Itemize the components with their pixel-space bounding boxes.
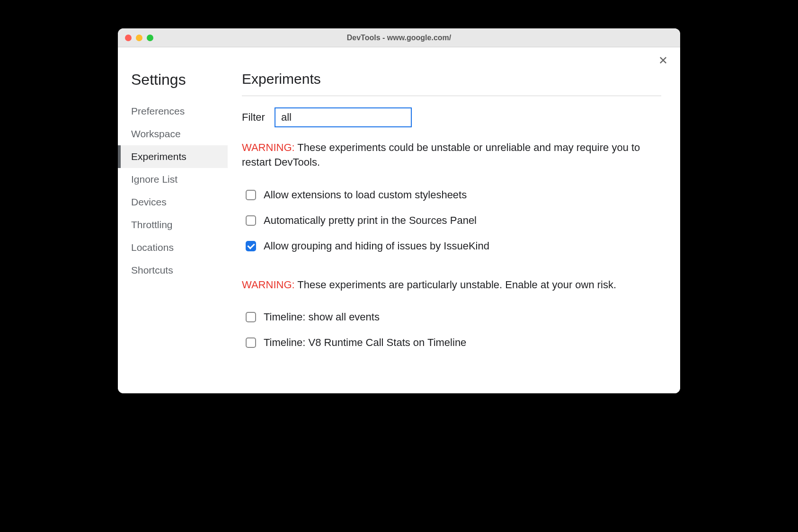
- window-close-button[interactable]: [125, 35, 132, 41]
- window-minimize-button[interactable]: [136, 35, 142, 41]
- traffic-lights: [118, 35, 153, 41]
- sidebar-item-label: Experiments: [131, 151, 186, 162]
- settings-panel: ✕ Settings Preferences Workspace Experim…: [118, 47, 680, 393]
- sidebar-item-preferences[interactable]: Preferences: [118, 100, 228, 123]
- sidebar-item-workspace[interactable]: Workspace: [118, 123, 228, 145]
- experiment-item: Timeline: show all events: [242, 304, 661, 330]
- divider: [242, 96, 661, 96]
- experiments-group-2: Timeline: show all events Timeline: V8 R…: [242, 304, 661, 355]
- warning-text: These experiments are particularly unsta…: [295, 279, 617, 291]
- window-title: DevTools - www.google.com/: [118, 34, 680, 42]
- filter-input[interactable]: [275, 107, 412, 127]
- titlebar: DevTools - www.google.com/: [118, 28, 680, 47]
- experiment-item: Automatically pretty print in the Source…: [242, 208, 661, 233]
- window-maximize-button[interactable]: [147, 35, 153, 41]
- warning-risky: WARNING: These experiments are particula…: [242, 278, 661, 293]
- warning-label: WARNING:: [242, 142, 295, 153]
- sidebar-item-label: Shortcuts: [131, 265, 173, 275]
- sidebar-item-label: Workspace: [131, 128, 181, 139]
- experiment-item: Allow grouping and hiding of issues by I…: [242, 233, 661, 259]
- experiment-label[interactable]: Allow extensions to load custom styleshe…: [264, 189, 467, 201]
- sidebar-item-label: Locations: [131, 242, 174, 253]
- filter-row: Filter: [242, 107, 661, 127]
- main-content: Experiments Filter WARNING: These experi…: [228, 47, 680, 393]
- devtools-window: DevTools - www.google.com/ ✕ Settings Pr…: [118, 28, 680, 393]
- warning-unstable: WARNING: These experiments could be unst…: [242, 141, 661, 170]
- experiment-label[interactable]: Automatically pretty print in the Source…: [264, 214, 477, 227]
- experiment-checkbox[interactable]: [246, 312, 256, 322]
- experiment-item: Timeline: V8 Runtime Call Stats on Timel…: [242, 330, 661, 355]
- warning-label: WARNING:: [242, 279, 295, 291]
- experiment-label[interactable]: Allow grouping and hiding of issues by I…: [264, 240, 489, 252]
- experiment-item: Allow extensions to load custom styleshe…: [242, 182, 661, 208]
- experiment-label[interactable]: Timeline: V8 Runtime Call Stats on Timel…: [264, 337, 466, 349]
- sidebar-item-devices[interactable]: Devices: [118, 191, 228, 213]
- settings-sidebar: Settings Preferences Workspace Experimen…: [118, 47, 228, 393]
- experiment-checkbox[interactable]: [246, 241, 256, 251]
- sidebar-item-experiments[interactable]: Experiments: [118, 145, 228, 168]
- sidebar-item-label: Throttling: [131, 219, 173, 230]
- sidebar-item-label: Ignore List: [131, 174, 177, 185]
- sidebar-item-ignore-list[interactable]: Ignore List: [118, 168, 228, 191]
- sidebar-item-shortcuts[interactable]: Shortcuts: [118, 259, 228, 282]
- experiment-checkbox[interactable]: [246, 215, 256, 226]
- experiment-checkbox[interactable]: [246, 190, 256, 200]
- close-icon[interactable]: ✕: [656, 54, 670, 67]
- warning-text: These experiments could be unstable or u…: [242, 142, 640, 168]
- page-title: Experiments: [242, 71, 661, 87]
- sidebar-item-label: Devices: [131, 196, 167, 207]
- experiment-label[interactable]: Timeline: show all events: [264, 311, 380, 323]
- sidebar-title: Settings: [118, 71, 228, 89]
- experiment-checkbox[interactable]: [246, 337, 256, 348]
- sidebar-item-throttling[interactable]: Throttling: [118, 213, 228, 236]
- sidebar-item-locations[interactable]: Locations: [118, 236, 228, 259]
- sidebar-item-label: Preferences: [131, 106, 185, 116]
- experiments-group-1: Allow extensions to load custom styleshe…: [242, 182, 661, 259]
- filter-label: Filter: [242, 111, 265, 124]
